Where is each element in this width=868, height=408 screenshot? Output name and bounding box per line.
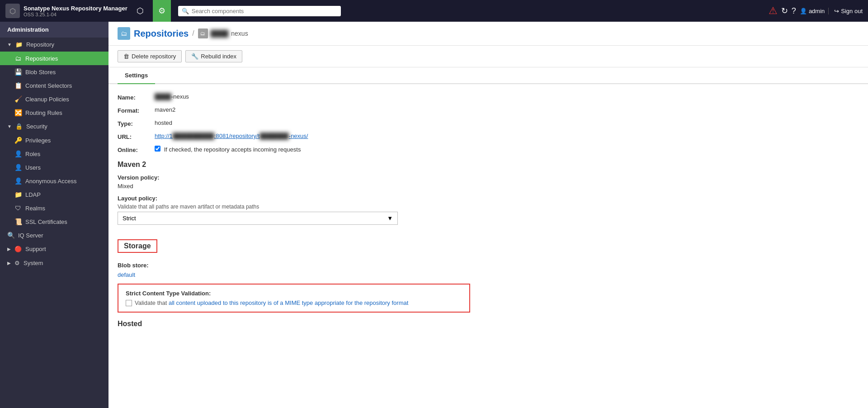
name-label: Name: — [118, 93, 149, 101]
breadcrumb-repo-blurred: ████ — [211, 30, 229, 37]
toolbar: 🗑 Delete repository 🔧 Rebuild index — [108, 46, 868, 67]
anonymous-access-icon: 👤 — [14, 177, 22, 185]
version-policy-value: Mixed — [118, 183, 859, 190]
ssl-certificates-icon: 📜 — [14, 218, 22, 225]
sidebar-item-blob-stores[interactable]: 💾 Blob Stores — [0, 65, 108, 79]
select-chevron-icon: ▼ — [387, 215, 393, 222]
brand-logo: ⬡ — [5, 4, 20, 18]
sidebar-item-ssl-certificates[interactable]: 📜 SSL Certificates — [0, 215, 108, 228]
sidebar-item-routing-rules[interactable]: 🔀 Routing Rules — [0, 106, 108, 119]
name-blurred: ████ — [155, 93, 171, 100]
sidebar-item-realms[interactable]: 🛡 Realms — [0, 201, 108, 215]
sidebar-item-iq-server[interactable]: 🔍 IQ Server — [0, 228, 108, 242]
admin-icon-btn[interactable]: ⚙ — [153, 0, 171, 22]
sidebar-item-content-selectors[interactable]: 📋 Content Selectors — [0, 79, 108, 92]
realms-icon: 🛡 — [14, 204, 22, 212]
system-icon: ⚙ — [14, 260, 20, 266]
type-label: Type: — [118, 119, 149, 127]
chevron-down-icon: ▼ — [7, 42, 12, 47]
url-value[interactable]: http://1██████████:8081/repository/t████… — [155, 133, 308, 139]
sidebar-group-security[interactable]: ▼ 🔒 Security — [0, 119, 108, 133]
roles-icon: 👤 — [14, 150, 22, 157]
delete-repository-button[interactable]: 🗑 Delete repository — [118, 50, 182, 62]
chevron-down-icon-security: ▼ — [7, 124, 12, 129]
sidebar-item-cleanup-policies[interactable]: 🧹 Cleanup Policies — [0, 92, 108, 106]
delete-icon: 🗑 — [123, 53, 129, 60]
search-input[interactable] — [192, 8, 337, 14]
repositories-icon: 🗂 — [14, 55, 22, 62]
search-box: 🔍 — [178, 6, 341, 16]
format-field-row: Format: maven2 — [118, 106, 859, 114]
breadcrumb-repo-name: nexus — [231, 30, 248, 37]
security-icon: 🔒 — [15, 123, 23, 130]
support-icon: 🔴 — [14, 246, 22, 252]
sidebar-item-content-selectors-label: Content Selectors — [25, 82, 72, 89]
security-group-label: Security — [26, 123, 47, 130]
tab-settings[interactable]: Settings — [118, 67, 155, 84]
privileges-icon: 🔑 — [14, 137, 22, 144]
layout-policy-desc: Validate that all paths are maven artifa… — [118, 204, 859, 210]
name-value: ████-nexus — [155, 93, 189, 100]
name-field-row: Name: ████-nexus — [118, 93, 859, 101]
sidebar: Administration ▼ 📁 Repository 🗂 Reposito… — [0, 22, 108, 408]
rebuild-index-button[interactable]: 🔧 Rebuild index — [185, 50, 242, 62]
sidebar-group-repository[interactable]: ▼ 📁 Repository — [0, 38, 108, 52]
sidebar-section-title: Administration — [0, 22, 108, 38]
online-checkbox[interactable] — [155, 146, 160, 152]
brand-name: Sonatype Nexus Repository Manager — [24, 5, 127, 12]
sidebar-item-repositories[interactable]: 🗂 Repositories — [0, 52, 108, 65]
sidebar-group-support[interactable]: ▶ 🔴 Support — [0, 242, 108, 256]
cleanup-policies-icon: 🧹 — [14, 95, 22, 103]
iq-server-icon: 🔍 — [7, 232, 14, 239]
validation-checkbox[interactable] — [126, 300, 132, 306]
layout-policy-select[interactable]: Strict ▼ — [118, 212, 398, 225]
storage-heading: Storage — [118, 239, 157, 253]
routing-rules-icon: 🔀 — [14, 109, 22, 116]
validation-title: Strict Content Type Validation: — [126, 290, 462, 297]
user-label: admin — [809, 8, 825, 14]
users-icon: 👤 — [14, 164, 22, 171]
format-label: Format: — [118, 106, 149, 114]
content-selectors-icon: 📋 — [14, 82, 22, 89]
chevron-right-icon-support: ▶ — [7, 247, 11, 251]
sidebar-item-roles-label: Roles — [25, 151, 40, 157]
signout-label: Sign out — [841, 8, 863, 14]
browse-icon-btn[interactable]: ⬡ — [131, 0, 149, 22]
maven2-heading: Maven 2 — [118, 161, 859, 169]
layout-policy-label: Layout policy: — [118, 195, 859, 202]
alert-icon[interactable]: ⚠ — [769, 5, 778, 17]
breadcrumb-repo-icon: 🗂 — [198, 28, 208, 38]
user-menu[interactable]: 👤 admin — [800, 8, 825, 14]
navbar: ⬡ Sonatype Nexus Repository Manager OSS … — [0, 0, 868, 22]
type-value: hosted — [155, 119, 172, 126]
help-icon[interactable]: ? — [792, 6, 796, 16]
sidebar-item-users[interactable]: 👤 Users — [0, 161, 108, 174]
sidebar-group-system[interactable]: ▶ ⚙ System — [0, 256, 108, 270]
settings-content: Name: ████-nexus Format: maven2 Type: ho… — [108, 84, 868, 337]
page-title[interactable]: Repositories — [134, 28, 189, 39]
validation-desc: Validate that all content uploaded to th… — [135, 299, 408, 306]
sidebar-item-anonymous-access[interactable]: 👤 Anonymous Access — [0, 174, 108, 188]
online-label: Online: — [118, 146, 149, 153]
type-field-row: Type: hosted — [118, 119, 859, 127]
refresh-icon[interactable]: ↻ — [781, 6, 788, 16]
page-header: 🗂 Repositories / 🗂 ████ nexus — [108, 22, 868, 46]
sidebar-item-roles[interactable]: 👤 Roles — [0, 147, 108, 161]
signout-btn[interactable]: ↪ Sign out — [828, 8, 863, 14]
url-blurred: ██████████ — [173, 133, 214, 139]
online-field-row: Online: If checked, the repository accep… — [118, 146, 859, 153]
signout-icon: ↪ — [834, 8, 839, 14]
user-icon: 👤 — [800, 8, 807, 14]
rebuild-label: Rebuild index — [201, 53, 236, 60]
repositories-header-icon: 🗂 — [118, 27, 130, 40]
main-content: 🗂 Repositories / 🗂 ████ nexus 🗑 Delete r… — [108, 22, 868, 408]
sidebar-item-ldap[interactable]: 📁 LDAP — [0, 188, 108, 201]
url-field-row: URL: http://1██████████:8081/repository/… — [118, 133, 859, 140]
format-value: maven2 — [155, 106, 175, 113]
sidebar-item-routing-rules-label: Routing Rules — [25, 109, 62, 116]
sidebar-item-repositories-label: Repositories — [25, 55, 58, 62]
folder-icon: 📁 — [15, 41, 23, 48]
support-group-label: Support — [25, 246, 46, 252]
blob-store-label: Blob store: — [118, 262, 859, 269]
sidebar-item-privileges[interactable]: 🔑 Privileges — [0, 133, 108, 147]
